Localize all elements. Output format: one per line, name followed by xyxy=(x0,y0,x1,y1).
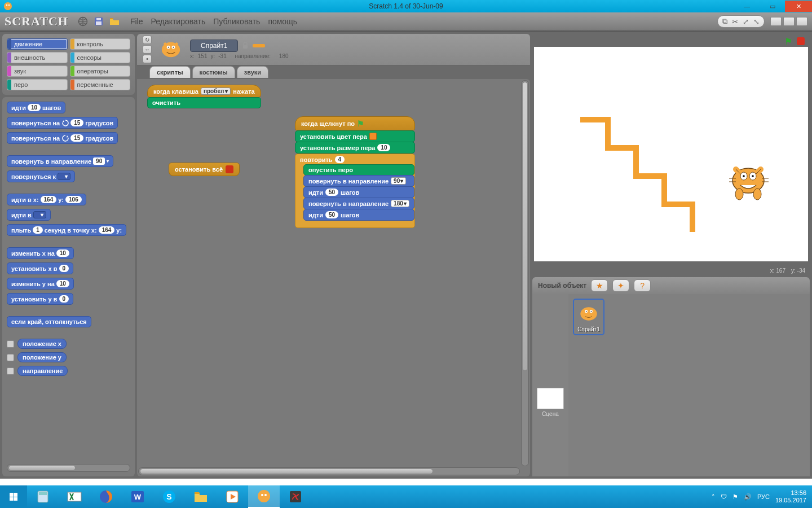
block-set-x[interactable]: установить x в0 xyxy=(7,262,73,274)
color-swatch[interactable] xyxy=(369,133,377,140)
rotate-none-button[interactable]: • xyxy=(143,55,152,63)
view-small-stage[interactable] xyxy=(770,17,782,26)
block-set-y[interactable]: установить y в0 xyxy=(7,293,73,305)
block-set-pen-size[interactable]: установить размер пера10 xyxy=(295,142,415,154)
reporter-dir[interactable]: направление xyxy=(17,366,68,376)
cat-pen[interactable]: перо xyxy=(7,79,68,90)
menu-edit[interactable]: Редактировать xyxy=(151,17,206,26)
svg-point-1 xyxy=(6,5,8,6)
tab-scripts[interactable]: скрипты xyxy=(149,66,191,78)
view-normal-stage[interactable] xyxy=(783,17,795,26)
taskbar-scratch[interactable] xyxy=(248,485,280,508)
language-icon[interactable] xyxy=(77,15,89,28)
stop-button[interactable] xyxy=(797,37,805,45)
green-flag-button[interactable]: ⚑ xyxy=(784,36,792,47)
block-turn-ccw[interactable]: повернуться на15градусов xyxy=(7,132,118,144)
stage-thumbnail[interactable] xyxy=(537,388,564,409)
block-point-dir-1[interactable]: повернуть в направление90▾ xyxy=(303,175,414,187)
script-stack-1[interactable]: когда клавишапробел ▾нажата очистить xyxy=(147,85,261,108)
taskbar-excel[interactable] xyxy=(59,485,90,508)
stop-sign-icon xyxy=(226,165,233,173)
tray-clock[interactable]: 13:56 19.05.2017 xyxy=(775,489,806,504)
cat-sensing[interactable]: сенсоры xyxy=(70,52,131,63)
block-change-y[interactable]: изменить y на10 xyxy=(7,278,74,290)
choose-sprite-button[interactable]: ✦ xyxy=(612,279,629,292)
tray-language[interactable]: РУС xyxy=(757,493,770,500)
maximize-button[interactable]: ▭ xyxy=(760,1,785,12)
stage-sprite-cat[interactable] xyxy=(726,157,771,202)
checkbox-y[interactable] xyxy=(7,354,14,361)
cat-operators[interactable]: операторы xyxy=(70,65,131,77)
cut-icon[interactable]: ✂ xyxy=(732,17,738,26)
start-button[interactable] xyxy=(0,485,27,508)
block-clear[interactable]: очистить xyxy=(147,97,261,108)
taskbar-firefox[interactable] xyxy=(90,485,122,508)
sprite-tile-1[interactable]: Спрайт1 xyxy=(573,299,604,335)
reporter-y[interactable]: положение y xyxy=(17,352,67,362)
duplicate-icon[interactable]: ⧉ xyxy=(722,17,727,26)
block-turn-cw[interactable]: повернуться на15градусов xyxy=(7,117,118,129)
block-change-x[interactable]: изменить x на10 xyxy=(7,247,74,259)
block-stop-all[interactable]: остановить всё xyxy=(169,163,240,176)
minimize-button[interactable]: — xyxy=(734,1,760,12)
stage[interactable] xyxy=(534,47,808,261)
palette-hscrollbar[interactable] xyxy=(7,464,130,472)
surprise-sprite-button[interactable]: ? xyxy=(634,279,651,292)
grow-icon[interactable]: ⤢ xyxy=(743,17,749,26)
tray-shield-icon[interactable]: 🛡 xyxy=(721,493,727,500)
c-block-repeat[interactable]: повторить4 опустить перо повернуть в нап… xyxy=(295,154,415,228)
taskbar-calc[interactable] xyxy=(27,485,59,508)
tray-flag-icon[interactable]: ⚑ xyxy=(732,493,738,501)
lock-icon[interactable] xyxy=(241,42,249,50)
block-point-dir-2[interactable]: повернуть в направление180▾ xyxy=(303,198,414,209)
open-icon[interactable] xyxy=(108,15,121,28)
tab-costumes[interactable]: костюмы xyxy=(192,66,235,78)
taskbar-acrobat[interactable] xyxy=(280,485,311,508)
tray-chevron-icon[interactable]: ˄ xyxy=(712,493,715,501)
taskbar-word[interactable]: W xyxy=(122,485,153,508)
script-area[interactable]: когда клавишапробел ▾нажата очистить ост… xyxy=(137,79,530,476)
block-move-2[interactable]: идти50шагов xyxy=(303,209,414,221)
block-pen-down-inner[interactable]: опустить перо xyxy=(303,164,414,176)
block-point-towards[interactable]: повернуться к ▾ xyxy=(7,170,75,182)
rotate-360-button[interactable]: ↻ xyxy=(143,36,152,44)
script-stack-3[interactable]: когда щелкнут по⚑ установить цвет пера у… xyxy=(295,116,415,228)
menu-share[interactable]: Публиковать xyxy=(213,17,260,26)
block-goto[interactable]: идти в ▾ xyxy=(7,209,51,221)
hat-when-key-pressed[interactable]: когда клавишапробел ▾нажата xyxy=(147,85,261,98)
close-button[interactable]: ✕ xyxy=(785,1,812,12)
block-if-on-edge-bounce[interactable]: если край, оттолкнуться xyxy=(7,316,91,327)
taskbar-explorer[interactable] xyxy=(185,485,217,508)
direction-indicator[interactable] xyxy=(253,44,265,47)
cat-control[interactable]: контроль xyxy=(70,38,131,50)
menu-file[interactable]: File xyxy=(130,17,143,26)
shrink-icon[interactable]: ⤡ xyxy=(753,17,760,26)
reporter-x[interactable]: положение x xyxy=(17,339,67,349)
paint-new-sprite-button[interactable]: ★ xyxy=(591,279,608,292)
tray-volume-icon[interactable]: 🔊 xyxy=(744,493,752,501)
block-move-steps[interactable]: идти10шагов xyxy=(7,102,65,113)
block-move-1[interactable]: идти50шагов xyxy=(303,186,414,198)
save-icon[interactable] xyxy=(92,15,105,28)
block-goto-xy[interactable]: идти в x:164y:106 xyxy=(7,194,86,205)
hat-when-flag-clicked[interactable]: когда щелкнут по⚑ xyxy=(295,116,415,131)
block-point-direction[interactable]: повернуть в направление90▾ xyxy=(7,155,113,167)
sprite-name-field[interactable]: Спрайт1 xyxy=(190,40,238,52)
tab-sounds[interactable]: звуки xyxy=(237,66,268,78)
cat-looks[interactable]: внешность xyxy=(7,52,68,63)
cat-motion[interactable]: движение xyxy=(7,38,68,50)
taskbar-media[interactable] xyxy=(217,485,248,508)
menu-help[interactable]: помощь xyxy=(268,17,297,26)
view-presentation[interactable] xyxy=(796,17,807,26)
script-vscrollbar[interactable] xyxy=(521,80,529,466)
block-set-pen-color[interactable]: установить цвет пера xyxy=(295,130,415,142)
taskbar-skype[interactable]: S xyxy=(153,485,185,508)
block-glide[interactable]: плыть1секунд в точку x:164y: xyxy=(7,224,126,236)
cat-sound[interactable]: звук xyxy=(7,65,68,77)
checkbox-x[interactable] xyxy=(7,340,14,348)
script-hscrollbar[interactable] xyxy=(138,467,520,475)
cat-variables[interactable]: переменные xyxy=(70,79,131,90)
checkbox-dir[interactable] xyxy=(7,367,14,375)
rotate-lr-button[interactable]: ↔ xyxy=(143,45,152,54)
script-stack-2[interactable]: остановить всё xyxy=(169,163,240,176)
